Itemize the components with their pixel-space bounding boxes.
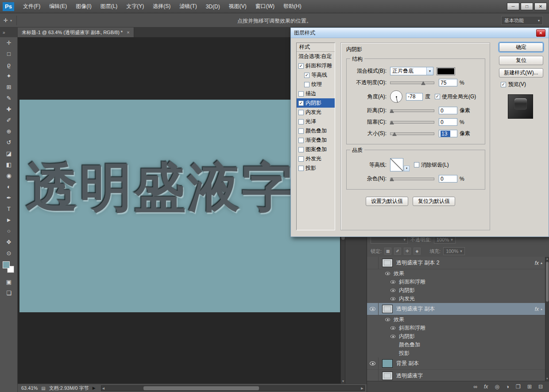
slider-thumb[interactable] (390, 177, 394, 181)
lock-transparency-icon[interactable]: ▦ (384, 248, 391, 255)
slider-thumb[interactable] (390, 120, 394, 124)
choke-slider[interactable] (390, 121, 434, 124)
link-layers-icon[interactable]: ∞ (473, 384, 477, 390)
tool-move[interactable]: ✛ (0, 37, 18, 48)
close-tab-icon[interactable]: × (127, 30, 129, 35)
slider-thumb[interactable] (392, 132, 397, 136)
scroll-up-icon[interactable]: ▲ (545, 257, 549, 261)
status-flyout-icon[interactable]: ▶ (93, 386, 96, 390)
visibility-eye-icon[interactable] (390, 289, 395, 292)
preview-row[interactable]: 预览(V) (501, 81, 545, 88)
noise-slider[interactable] (390, 178, 434, 180)
style-item-gradient-overlay[interactable]: 渐变叠加 (297, 136, 335, 145)
style-item-contour[interactable]: 等高线 (297, 70, 335, 80)
style-item-inner-glow[interactable]: 内发光 (297, 108, 335, 117)
checkbox-icon[interactable] (298, 110, 304, 115)
tool-clone-stamp[interactable]: ⊕ (0, 126, 18, 137)
effects-header-row[interactable]: 效果 (367, 315, 545, 324)
visibility-eye-icon[interactable] (385, 272, 390, 276)
checkbox-icon[interactable] (298, 119, 304, 124)
tool-path-selection[interactable]: ► (0, 214, 18, 225)
opacity-input[interactable]: 75 (439, 79, 457, 86)
lock-position-icon[interactable]: ✛ (404, 248, 411, 255)
distance-input[interactable]: 0 (439, 107, 457, 114)
use-global-light-row[interactable]: 使用全局光(G) (435, 93, 476, 101)
layer-row-selected[interactable]: 透明盛液字 副本 fx ▴ (367, 303, 545, 315)
style-item-bevel-emboss[interactable]: 斜面和浮雕 (297, 61, 335, 70)
current-tool-preset[interactable]: ✛ ▾ (4, 16, 17, 25)
style-item-outer-glow[interactable]: 外发光 (297, 154, 335, 163)
visibility-toggle[interactable] (367, 370, 379, 381)
style-item-pattern-overlay[interactable]: 图案叠加 (297, 145, 335, 154)
visibility-toggle[interactable] (367, 303, 379, 315)
scroll-right-icon[interactable]: ▶ (360, 386, 364, 391)
contour-picker[interactable] (390, 158, 403, 171)
menu-3d[interactable]: 3D(D) (201, 0, 224, 13)
horizontal-scroll-thumb[interactable] (143, 386, 259, 390)
layers-scroll-thumb[interactable] (546, 262, 549, 302)
style-item-inner-shadow[interactable]: 内阴影 (297, 98, 335, 108)
checkbox-icon[interactable] (298, 101, 304, 106)
layer-fx-badge[interactable]: fx ▴ (535, 306, 545, 312)
tool-rectangular-marquee[interactable]: □ (0, 48, 18, 59)
layer-row[interactable]: 背景 副本 (367, 357, 545, 370)
menu-select[interactable]: 选择(S) (148, 0, 175, 13)
layer-effect-row[interactable]: 投影 (367, 349, 545, 357)
opacity-slider[interactable] (390, 82, 434, 84)
layer-row[interactable]: 透明盛液字 (367, 370, 545, 381)
layer-effect-row[interactable]: 内发光 (367, 295, 545, 303)
menu-edit[interactable]: 编辑(E) (45, 0, 71, 13)
fill-field[interactable]: 100% ▾ (443, 247, 465, 255)
visibility-eye-icon[interactable] (390, 280, 395, 284)
screen-mode-icon[interactable]: ❏ (0, 287, 18, 299)
checkbox-icon[interactable] (298, 128, 304, 134)
collapse-panel-icon[interactable]: » (0, 27, 17, 37)
tool-zoom[interactable]: ⊙ (0, 248, 18, 259)
close-icon[interactable]: ✕ (534, 3, 547, 10)
angle-input[interactable]: -78 (406, 93, 423, 101)
layer-thumbnail[interactable] (382, 259, 393, 267)
document-tab[interactable]: 未标题-1 @ 63.4% (透明盛液字 副本, RGB/8) * × (18, 27, 134, 37)
tool-eyedropper[interactable]: ✎ (0, 93, 18, 104)
tool-brush[interactable]: ✐ (0, 115, 18, 126)
layer-name[interactable]: 背景 副本 (396, 360, 545, 367)
menu-window[interactable]: 窗口(W) (251, 0, 279, 13)
checkbox-icon[interactable] (298, 147, 304, 152)
tool-lasso[interactable]: ϱ (0, 59, 18, 70)
new-layer-icon[interactable]: ⊞ (527, 384, 532, 390)
zoom-level-field[interactable]: 63.41% (21, 385, 38, 391)
hidden-eye-icon[interactable] (390, 343, 395, 347)
delete-layer-icon[interactable]: ⊟ (538, 384, 543, 390)
dialog-title-bar[interactable]: 图层样式 ✕ (291, 28, 549, 38)
visibility-toggle[interactable] (367, 357, 379, 369)
slider-thumb[interactable] (421, 81, 425, 85)
fx-collapse-icon[interactable]: ▴ (541, 261, 542, 265)
menu-image[interactable]: 图像(I) (71, 0, 96, 13)
visibility-eye-icon[interactable] (390, 297, 395, 301)
tool-gradient[interactable]: ◧ (0, 159, 18, 170)
chevron-down-icon[interactable]: ▾ (404, 166, 410, 171)
angle-dial[interactable] (390, 90, 402, 103)
checkbox-icon[interactable] (435, 94, 440, 99)
layer-effect-row[interactable]: 内阴影 (367, 332, 545, 341)
add-layer-mask-icon[interactable]: ◎ (495, 384, 499, 390)
layer-fx-badge[interactable]: fx ▴ (535, 260, 545, 266)
checkbox-icon[interactable] (414, 162, 419, 167)
tool-type[interactable]: T (0, 203, 18, 214)
checkbox-icon[interactable] (501, 82, 506, 87)
tool-history-brush[interactable]: ↺ (0, 137, 18, 148)
scroll-down-icon[interactable]: ▼ (545, 377, 549, 381)
minimize-icon[interactable]: ─ (507, 3, 519, 10)
menu-file[interactable]: 文件(F) (19, 0, 45, 13)
checkbox-icon[interactable] (298, 91, 304, 97)
noise-input[interactable]: 0 (439, 175, 457, 182)
lock-all-icon[interactable]: ◈ (414, 248, 421, 255)
tool-ellipse[interactable]: ○ (0, 225, 18, 237)
tool-eraser[interactable]: ◪ (0, 148, 18, 159)
tool-blur[interactable]: ◉ (0, 170, 18, 181)
layer-name[interactable]: 透明盛液字 副本 (396, 305, 535, 313)
dialog-close-icon[interactable]: ✕ (536, 29, 545, 37)
style-item-color-overlay[interactable]: 颜色叠加 (297, 126, 335, 136)
quick-mask-icon[interactable]: ▣ (0, 276, 18, 287)
canvas-horizontal-scrollbar[interactable]: ◀ ▶ (101, 385, 365, 391)
